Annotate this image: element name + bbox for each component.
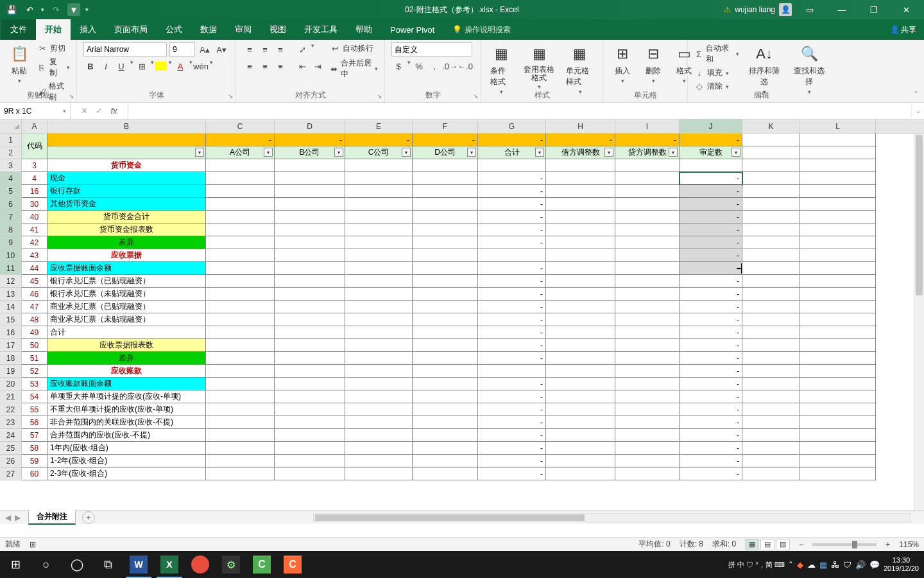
cell[interactable] <box>345 301 413 313</box>
cell[interactable]: - <box>680 455 742 468</box>
cell[interactable]: - <box>546 134 615 146</box>
cell[interactable] <box>413 275 478 288</box>
cell[interactable] <box>413 172 478 185</box>
cell[interactable]: - <box>478 262 546 275</box>
cell[interactable] <box>413 301 478 313</box>
cell[interactable] <box>615 339 680 352</box>
cell[interactable] <box>546 185 615 198</box>
cell[interactable]: - <box>680 429 742 442</box>
cell[interactable] <box>615 352 680 365</box>
filter-dropdown-icon[interactable]: ▾ <box>264 148 273 157</box>
increase-indent-icon[interactable]: ⇥ <box>311 59 325 73</box>
cell[interactable] <box>413 468 478 480</box>
cell[interactable]: - <box>680 262 742 275</box>
border-button[interactable]: ⊞ <box>135 59 149 73</box>
cell[interactable]: - <box>478 134 546 146</box>
col-header-J[interactable]: J <box>680 119 742 133</box>
insert-cells-button[interactable]: ⊞插入▾ <box>610 42 635 85</box>
taskbar-word[interactable]: W <box>123 551 154 578</box>
cell[interactable]: 51 <box>22 352 47 365</box>
cell[interactable] <box>413 339 478 352</box>
cell[interactable] <box>413 326 478 339</box>
cell[interactable] <box>800 198 876 211</box>
page-layout-view-icon[interactable]: ▤ <box>760 539 774 550</box>
cell[interactable] <box>275 416 345 429</box>
cell[interactable] <box>413 352 478 365</box>
cell[interactable] <box>546 468 615 480</box>
cell[interactable] <box>275 429 345 442</box>
cell[interactable]: - <box>478 198 546 211</box>
tab-home[interactable]: 开始 <box>36 19 71 40</box>
cell[interactable]: - <box>680 275 742 288</box>
qat-customize-icon[interactable]: ▾ <box>85 6 89 13</box>
cell[interactable]: - <box>345 134 413 146</box>
cell[interactable] <box>206 236 275 249</box>
cell[interactable] <box>546 275 615 288</box>
cell[interactable]: - <box>615 134 680 146</box>
cell[interactable]: - <box>206 134 275 146</box>
ime-indicator[interactable]: 拼 中 ♡ °，简 ⌨ <box>728 560 785 570</box>
row-header[interactable]: 2 <box>0 146 22 159</box>
col-header-G[interactable]: G <box>478 119 546 133</box>
col-header-A[interactable]: A <box>22 119 47 133</box>
cell[interactable] <box>546 416 615 429</box>
tab-view[interactable]: 视图 <box>261 19 295 40</box>
cell[interactable]: - <box>680 352 742 365</box>
ribbon-display-icon[interactable]: ▭ <box>796 0 824 19</box>
cell[interactable] <box>615 378 680 390</box>
row-header[interactable]: 18 <box>0 352 22 365</box>
cell[interactable] <box>345 288 413 301</box>
cell[interactable]: - <box>478 390 546 403</box>
cell[interactable]: 48 <box>22 313 47 326</box>
cell[interactable] <box>275 288 345 301</box>
row-header[interactable]: 1 <box>0 134 22 146</box>
cell[interactable] <box>546 403 615 416</box>
cell[interactable] <box>615 429 680 442</box>
cell[interactable] <box>478 365 546 378</box>
tray-chevron-icon[interactable]: ˄ <box>789 560 793 570</box>
cell[interactable] <box>800 288 876 301</box>
cell[interactable] <box>413 442 478 455</box>
cell[interactable]: 贷方调整数▾ <box>615 146 680 159</box>
row-header[interactable]: 19 <box>0 365 22 378</box>
align-left-icon[interactable]: ≡ <box>243 59 257 73</box>
cell[interactable]: 应收账款账面余额 <box>47 378 206 390</box>
cell[interactable] <box>800 275 876 288</box>
cell[interactable] <box>275 442 345 455</box>
cell[interactable] <box>413 262 478 275</box>
cell[interactable] <box>800 378 876 390</box>
cell[interactable] <box>546 211 615 223</box>
cell[interactable]: 代码 <box>22 134 47 159</box>
cell[interactable] <box>345 365 413 378</box>
cell[interactable] <box>206 223 275 236</box>
cell[interactable] <box>413 211 478 223</box>
cell[interactable] <box>546 442 615 455</box>
row-header[interactable]: 6 <box>0 198 22 211</box>
cell[interactable] <box>345 211 413 223</box>
cell[interactable] <box>345 390 413 403</box>
cell[interactable] <box>742 236 800 249</box>
row-header[interactable]: 25 <box>0 442 22 455</box>
cell[interactable]: - <box>680 301 742 313</box>
cell[interactable]: 银行存款 <box>47 185 206 198</box>
cell[interactable] <box>800 365 876 378</box>
cell[interactable] <box>546 301 615 313</box>
cell[interactable]: 46 <box>22 288 47 301</box>
tray-volume-icon[interactable]: 🔊 <box>855 560 866 570</box>
cell[interactable] <box>800 468 876 480</box>
cell[interactable]: 42 <box>22 236 47 249</box>
cell[interactable]: - <box>478 288 546 301</box>
cell[interactable] <box>615 442 680 455</box>
cell[interactable]: - <box>478 236 546 249</box>
cell[interactable] <box>615 211 680 223</box>
cell[interactable] <box>345 326 413 339</box>
cell[interactable]: ▾ <box>47 146 206 159</box>
cell[interactable] <box>742 429 800 442</box>
decrease-indent-icon[interactable]: ⇤ <box>295 59 309 73</box>
cell[interactable]: 52 <box>22 365 47 378</box>
undo-icon[interactable]: ↶ <box>23 3 36 16</box>
align-right-icon[interactable]: ≡ <box>273 59 287 73</box>
cell[interactable]: 现金 <box>47 172 206 185</box>
cell[interactable] <box>800 313 876 326</box>
cell[interactable] <box>47 134 206 146</box>
